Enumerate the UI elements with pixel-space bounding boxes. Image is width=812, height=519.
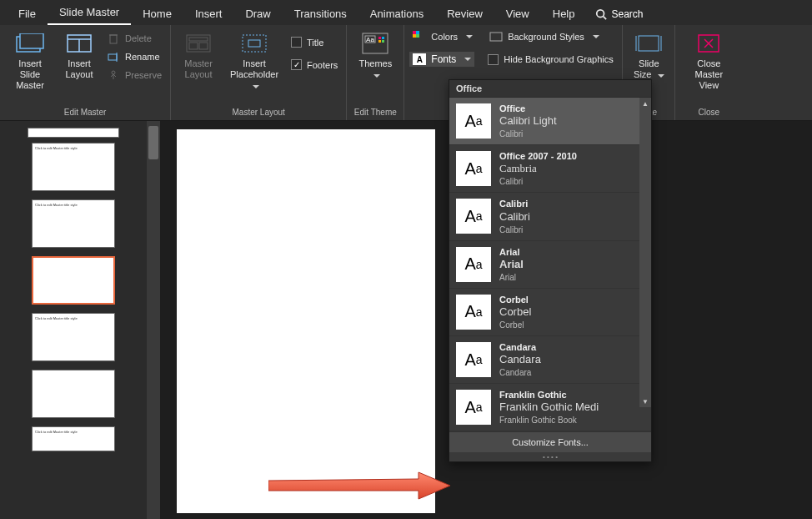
caret-down-icon — [593, 35, 599, 38]
fonts-button[interactable]: A Fonts — [409, 52, 474, 67]
master-thumbnail[interactable] — [28, 128, 119, 138]
svg-rect-21 — [378, 37, 381, 39]
layout-thumbnail-selected[interactable] — [32, 256, 115, 305]
scroll-down-icon[interactable]: ▼ — [639, 396, 651, 407]
tab-slide-master[interactable]: Slide Master — [48, 1, 131, 25]
checkbox-icon — [488, 54, 499, 65]
delete-icon — [107, 32, 120, 45]
close-icon — [694, 32, 724, 55]
font-swatch-icon: Aa — [456, 342, 491, 377]
svg-rect-15 — [199, 43, 208, 49]
group-label-edit-master: Edit Master — [5, 108, 165, 118]
tab-insert[interactable]: Insert — [183, 3, 234, 25]
fonts-icon: A — [413, 53, 426, 65]
font-swatch-icon: Aa — [456, 247, 491, 282]
footers-checkbox[interactable]: Footers — [288, 58, 341, 72]
svg-rect-22 — [382, 37, 384, 39]
colors-icon — [413, 30, 426, 43]
svg-text:Aa: Aa — [366, 36, 374, 43]
slide-thumbnail-panel: Click to edit Master title style Click t… — [0, 121, 160, 519]
thumbnail-scrollbar[interactable] — [147, 121, 160, 519]
group-master-layout: Master Layout Insert Placeholder Title F… — [171, 25, 347, 120]
layout-thumbnail[interactable]: Click to edit Master title style — [32, 426, 115, 451]
svg-line-1 — [603, 17, 606, 20]
font-scheme-corbel[interactable]: Aa Corbel Corbel Corbel — [449, 289, 651, 336]
font-swatch-icon: Aa — [456, 103, 491, 139]
thumbnail-list: Click to edit Master title style Click t… — [0, 121, 147, 519]
fonts-dropdown-scrollbar[interactable]: ▲ ▼ — [639, 98, 651, 407]
title-checkbox[interactable]: Title — [288, 35, 341, 49]
close-master-view-button[interactable]: Close Master View — [680, 28, 737, 95]
ribbon: Insert Slide Master Insert Layout Delete… — [0, 25, 812, 121]
font-swatch-icon: Aa — [456, 151, 491, 186]
scrollbar-thumb[interactable] — [148, 126, 158, 159]
scroll-up-icon[interactable]: ▲ — [639, 98, 651, 109]
caret-down-icon — [253, 85, 259, 88]
group-close: Close Master View Close — [675, 25, 742, 120]
insert-placeholder-icon — [239, 32, 269, 55]
main-area: Click to edit Master title style Click t… — [0, 121, 812, 519]
delete-button: Delete — [103, 30, 165, 47]
background-styles-button[interactable]: Background Styles — [486, 28, 603, 45]
caret-down-icon — [466, 35, 473, 38]
svg-rect-7 — [110, 35, 117, 43]
tab-help[interactable]: Help — [541, 3, 587, 25]
layout-thumbnail[interactable]: Click to edit Master title style — [32, 313, 115, 361]
group-label-master-layout: Master Layout — [176, 108, 341, 118]
hide-background-graphics-checkbox[interactable]: Hide Background Graphics — [484, 52, 616, 67]
checkbox-checked-icon — [291, 59, 302, 70]
layout-thumbnail[interactable] — [32, 370, 115, 418]
svg-rect-9 — [108, 54, 117, 60]
slide-size-icon — [634, 32, 664, 55]
font-scheme-office[interactable]: Aa Office Calibri Light Calibri — [449, 98, 651, 145]
caret-down-icon — [658, 74, 664, 78]
colors-button[interactable]: Colors — [409, 28, 476, 45]
font-scheme-calibri[interactable]: Aa Calibri Calibri Calibri — [449, 193, 651, 240]
svg-rect-17 — [248, 40, 260, 47]
font-swatch-icon: Aa — [456, 390, 491, 425]
fonts-dropdown-header: Office — [449, 80, 651, 98]
master-layout-button: Master Layout — [176, 28, 221, 83]
svg-rect-14 — [189, 43, 198, 49]
svg-rect-30 — [639, 36, 659, 51]
font-scheme-franklin-gothic[interactable]: Aa Franklin Gothic Franklin Gothic Medi … — [449, 384, 651, 431]
group-label-close: Close — [680, 108, 737, 118]
insert-layout-button[interactable]: Insert Layout — [58, 28, 100, 83]
tab-animations[interactable]: Animations — [358, 3, 435, 25]
preserve-icon — [107, 68, 120, 82]
svg-rect-25 — [413, 31, 416, 34]
layout-thumbnail[interactable]: Click to edit Master title style — [32, 143, 115, 191]
font-scheme-candara[interactable]: Aa Candara Candara Candara — [449, 336, 651, 384]
svg-rect-26 — [416, 31, 419, 34]
rename-button[interactable]: Rename — [103, 48, 165, 65]
insert-layout-icon — [64, 32, 94, 55]
themes-button[interactable]: Aa Themes — [352, 28, 398, 83]
customize-fonts-button[interactable]: Customize Fonts... — [449, 431, 651, 452]
search-button[interactable]: Search — [587, 3, 652, 25]
font-swatch-icon: Aa — [456, 295, 491, 330]
fonts-dropdown: Office Aa Office Calibri Light Calibri A… — [449, 79, 652, 462]
svg-point-0 — [596, 10, 604, 18]
group-edit-master: Insert Slide Master Insert Layout Delete… — [0, 25, 171, 120]
search-label: Search — [612, 8, 644, 20]
group-label-edit-theme: Edit Theme — [352, 108, 398, 118]
tab-home[interactable]: Home — [131, 3, 183, 25]
current-slide[interactable] — [177, 129, 435, 513]
tab-file[interactable]: File — [7, 3, 48, 25]
tab-draw[interactable]: Draw — [233, 3, 282, 25]
layout-thumbnail[interactable]: Click to edit Master title style — [32, 199, 115, 248]
insert-placeholder-button[interactable]: Insert Placeholder — [224, 28, 284, 95]
tab-view[interactable]: View — [494, 3, 541, 25]
resize-grip-icon[interactable]: • • • • — [449, 452, 651, 461]
tab-transitions[interactable]: Transitions — [283, 3, 358, 25]
font-scheme-arial[interactable]: Aa Arial Arial Arial — [449, 241, 651, 289]
insert-slide-master-button[interactable]: Insert Slide Master — [5, 28, 55, 95]
font-scheme-office-2007[interactable]: Aa Office 2007 - 2010 Cambria Calibri — [449, 145, 651, 193]
tab-review[interactable]: Review — [435, 3, 494, 25]
themes-icon: Aa — [360, 32, 390, 55]
group-edit-theme: Aa Themes Edit Theme — [347, 25, 404, 120]
svg-rect-23 — [378, 40, 381, 43]
checkbox-icon — [291, 37, 302, 48]
preserve-button: Preserve — [103, 67, 165, 83]
slide-size-button[interactable]: Slide Size — [628, 28, 669, 83]
